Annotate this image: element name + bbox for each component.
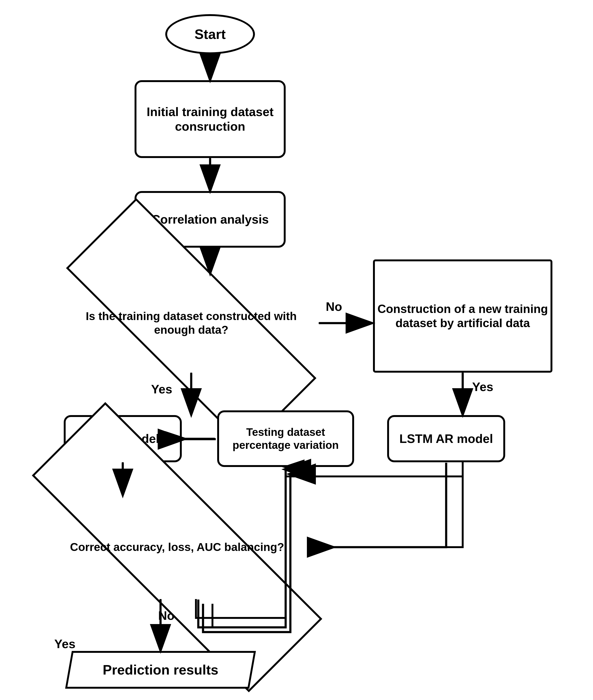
prediction-label: Prediction results xyxy=(103,662,219,678)
initial-training-label: Initial training dataset consruction xyxy=(136,104,284,134)
decision2-label: Correct accuracy, loss, AUC balancing? xyxy=(68,538,287,556)
no2-label: No xyxy=(158,609,174,623)
prediction-node: Prediction results xyxy=(65,651,256,689)
testing-label: Testing dataset percentage variation xyxy=(219,426,352,452)
construction-new-label: Construction of a new training dataset b… xyxy=(375,302,551,330)
flowchart: Start Initial training dataset consructi… xyxy=(0,0,593,700)
construction-new-node: Construction of a new training dataset b… xyxy=(373,259,552,373)
testing-node: Testing dataset percentage variation xyxy=(217,410,354,467)
decision1-node: Is the training dataset constructed with… xyxy=(64,274,319,373)
initial-training-node: Initial training dataset consruction xyxy=(134,80,286,158)
yes3-label: Yes xyxy=(54,637,76,651)
start-node: Start xyxy=(165,14,255,54)
decision1-label: Is the training dataset constructed with… xyxy=(64,307,319,339)
lstm-ar-node: LSTM AR model xyxy=(387,415,505,462)
yes1-label: Yes xyxy=(151,382,172,396)
decision2-node: Correct accuracy, loss, AUC balancing? xyxy=(24,495,330,599)
no1-label: No xyxy=(326,300,342,314)
correlation-label: Correlation analysis xyxy=(151,212,269,227)
lstm-ar-label: LSTM AR model xyxy=(399,431,493,446)
yes2-label: Yes xyxy=(472,380,493,394)
